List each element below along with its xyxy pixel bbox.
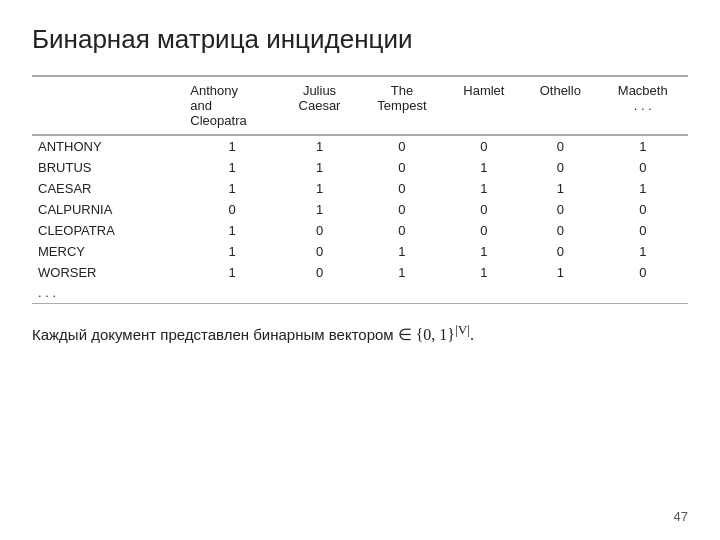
cell-value: 0 (523, 135, 599, 157)
table-row: MERCY101101 (32, 241, 688, 262)
cell-value: 1 (282, 199, 359, 220)
col-header-empty (32, 76, 184, 135)
cell-value: 1 (523, 262, 599, 283)
page: Бинарная матрица инциденции AnthonyandCl… (0, 0, 720, 540)
cell-value: 0 (523, 220, 599, 241)
row-label: BRUTUS (32, 157, 184, 178)
row-label: MERCY (32, 241, 184, 262)
cell-value: 1 (184, 178, 281, 199)
cell-value: 0 (359, 157, 446, 178)
table-row: ANTHONY110001 (32, 135, 688, 157)
cell-value: 0 (282, 220, 359, 241)
cell-value: 1 (600, 241, 688, 262)
col-header-othello: Othello (523, 76, 599, 135)
cell-value: 1 (184, 262, 281, 283)
cell-value: 1 (359, 241, 446, 262)
dots-row: . . . (32, 283, 688, 304)
row-label: WORSER (32, 262, 184, 283)
incidence-matrix: AnthonyandCleopatra JuliusCaesar TheTemp… (32, 75, 688, 304)
col-header-hamlet: Hamlet (447, 76, 523, 135)
cell-value: 0 (282, 262, 359, 283)
row-label: CAESAR (32, 178, 184, 199)
page-title: Бинарная матрица инциденции (32, 24, 688, 55)
table-row: WORSER101110 (32, 262, 688, 283)
cell-value: 0 (523, 241, 599, 262)
cell-value: 1 (359, 262, 446, 283)
row-label: ANTHONY (32, 135, 184, 157)
cell-value: 1 (282, 135, 359, 157)
cell-value: 1 (184, 135, 281, 157)
cell-value: 1 (282, 157, 359, 178)
cell-value: 1 (184, 241, 281, 262)
cell-value: 0 (600, 220, 688, 241)
cell-value: 0 (359, 135, 446, 157)
cell-value: 0 (359, 220, 446, 241)
col-header-tempest: TheTempest (359, 76, 446, 135)
cell-value: 1 (447, 178, 523, 199)
cell-value: 0 (523, 199, 599, 220)
cell-value: 0 (600, 157, 688, 178)
cell-value: 1 (447, 262, 523, 283)
col-header-anthony: AnthonyandCleopatra (184, 76, 281, 135)
cell-value: 1 (523, 178, 599, 199)
cell-value: 0 (600, 262, 688, 283)
table-row: BRUTUS110100 (32, 157, 688, 178)
cell-value: 0 (447, 135, 523, 157)
cell-value: 1 (600, 178, 688, 199)
cell-value: 0 (447, 220, 523, 241)
bottom-math: ∈ {0, 1}|V|. (398, 322, 474, 344)
page-number: 47 (674, 509, 688, 524)
cell-value: 1 (282, 178, 359, 199)
cell-value: 1 (184, 220, 281, 241)
cell-value: 1 (600, 135, 688, 157)
cell-value: 0 (282, 241, 359, 262)
table-row: CLEOPATRA100000 (32, 220, 688, 241)
dots-label: . . . (32, 283, 688, 304)
col-header-julius: JuliusCaesar (282, 76, 359, 135)
header-row: AnthonyandCleopatra JuliusCaesar TheTemp… (32, 76, 688, 135)
col-header-macbeth: Macbeth. . . (600, 76, 688, 135)
cell-value: 0 (447, 199, 523, 220)
row-label: CALPURNIA (32, 199, 184, 220)
table-row: CALPURNIA010000 (32, 199, 688, 220)
cell-value: 1 (184, 157, 281, 178)
row-label: CLEOPATRA (32, 220, 184, 241)
cell-value: 0 (523, 157, 599, 178)
cell-value: 0 (600, 199, 688, 220)
table-row: CAESAR110111 (32, 178, 688, 199)
cell-value: 0 (184, 199, 281, 220)
cell-value: 1 (447, 241, 523, 262)
bottom-text-label: Каждый документ представлен бинарным век… (32, 326, 394, 343)
cell-value: 1 (447, 157, 523, 178)
bottom-section: Каждый документ представлен бинарным век… (32, 322, 688, 344)
cell-value: 0 (359, 178, 446, 199)
cell-value: 0 (359, 199, 446, 220)
